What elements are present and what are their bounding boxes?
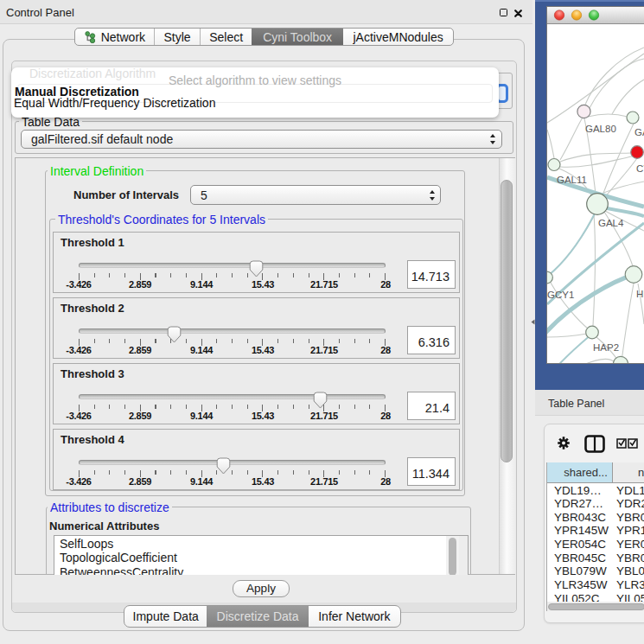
svg-text:CYC1: CYC1 [636,163,644,174]
svg-text:GAL80: GAL80 [585,124,616,134]
svg-text:GAL3: GAL3 [634,127,644,137]
svg-text:HAP2: HAP2 [593,342,619,353]
svg-text:GCY1: GCY1 [547,290,574,300]
svg-text:GAL4: GAL4 [598,218,624,228]
svg-text:HIS5: HIS5 [636,289,644,299]
svg-text:GAL11: GAL11 [557,175,587,185]
